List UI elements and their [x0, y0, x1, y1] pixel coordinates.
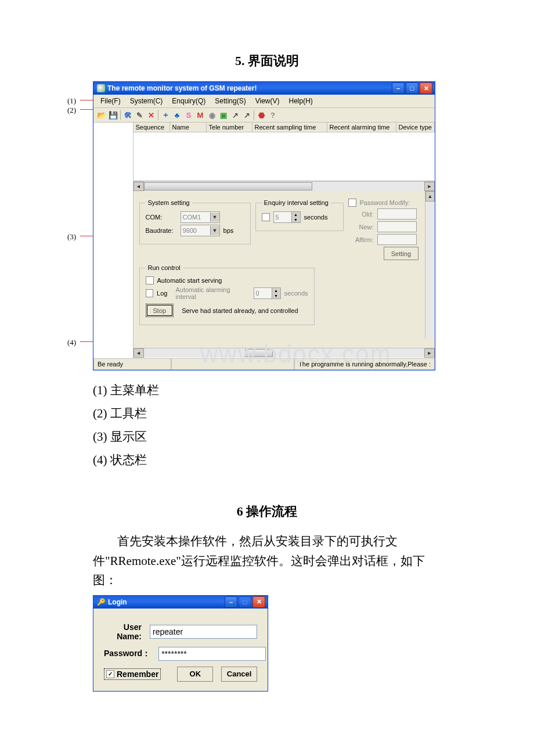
spin-down-icon[interactable]: ▼ [272, 293, 280, 298]
maximize-icon: □ [243, 599, 247, 606]
maximize-button[interactable]: □ [406, 82, 418, 94]
device-list[interactable]: Sequence Name Tele number Recent samplin… [134, 123, 435, 181]
ok-button[interactable]: OK [177, 667, 213, 682]
tool-config-icon[interactable]: 🛠 [122, 109, 134, 121]
scroll-thumb[interactable] [245, 349, 273, 357]
baud-dropdown[interactable]: 9600 ▼ [181, 225, 220, 236]
section6-body: 首先安装本操作软件，然后从安装目录下的可执行文件"RRemote.exe"运行远… [35, 532, 499, 591]
old-pass-label: Old: [348, 211, 374, 218]
remember-checkbox[interactable]: ✓ Remember [104, 668, 161, 680]
baud-unit: bps [223, 227, 234, 234]
tool-s-icon[interactable]: S [183, 109, 194, 121]
username-input[interactable] [150, 625, 257, 639]
login-minimize-button[interactable]: – [225, 596, 237, 608]
password-modify-checkbox[interactable] [348, 199, 356, 207]
auto-start-checkbox[interactable] [146, 276, 154, 285]
run-control-group: Run control Automatic start serving Log … [139, 264, 315, 325]
password-setting-button[interactable]: Setting [384, 247, 418, 260]
col-name[interactable]: Name [170, 123, 207, 132]
spin-down-icon[interactable]: ▼ [292, 217, 300, 222]
login-close-button[interactable]: ✕ [252, 596, 265, 608]
old-pass-input[interactable] [377, 208, 417, 219]
legend-3: (3) 显示区 [35, 429, 499, 445]
col-sequence[interactable]: Sequence [134, 123, 170, 132]
login-maximize-button: □ [239, 596, 251, 608]
menu-file[interactable]: File(F) [96, 96, 125, 106]
scroll-left-icon[interactable]: ◄ [134, 182, 144, 191]
tool-arrow1-icon[interactable]: ↗ [229, 109, 241, 121]
minimize-button[interactable]: – [392, 82, 405, 94]
scroll-left-icon[interactable]: ◄ [134, 348, 144, 358]
tool-add-icon[interactable]: ＋ [160, 109, 171, 121]
password-label: Password： [104, 649, 158, 659]
toolbar-separator [254, 110, 254, 120]
stop-button[interactable]: Stop [146, 304, 174, 317]
statusbar: Be ready The programme is running abnorm… [93, 358, 435, 370]
tool-circle1-icon[interactable]: ◉ [206, 109, 218, 121]
minimize-icon: – [229, 599, 233, 606]
menu-enquiry[interactable]: Enquiry(Q) [167, 96, 210, 106]
tool-help-icon[interactable]: ? [267, 109, 279, 121]
menubar: File(F) System(C) Enquiry(Q) Setting(S) … [93, 95, 435, 108]
legend-list: (1) 主菜单栏 (2) 工具栏 (3) 显示区 (4) 状态栏 [35, 382, 499, 468]
callout-4: (4) [67, 338, 76, 347]
tool-tree-icon[interactable]: ♣ [171, 109, 183, 121]
tool-delete-icon[interactable]: ✕ [145, 109, 157, 121]
tool-save-icon[interactable]: 💾 [107, 109, 119, 121]
scroll-up-icon[interactable]: ▲ [425, 191, 435, 201]
close-icon: ✕ [424, 85, 429, 92]
cancel-button[interactable]: Cancel [221, 667, 257, 682]
scroll-right-icon[interactable]: ► [424, 182, 435, 191]
tool-stop-icon[interactable]: ⬣ [255, 109, 267, 121]
username-label: User Name: [104, 622, 150, 641]
col-device-type[interactable]: Device type [396, 123, 435, 132]
col-sampling[interactable]: Recent sampling time [252, 123, 327, 132]
auto-start-label: Automatic start serving [157, 277, 222, 284]
login-titlebar: 🔑 Login – □ ✕ [93, 596, 268, 609]
com-value: COM1 [181, 214, 210, 221]
affirm-pass-input[interactable] [377, 234, 417, 245]
tool-edit-icon[interactable]: ✎ [134, 109, 145, 121]
status-middle [171, 358, 294, 370]
tool-arrow2-icon[interactable]: ↗ [241, 109, 252, 121]
settings-hscroll[interactable]: ◄ ► [134, 348, 435, 358]
menu-system[interactable]: System(C) [125, 96, 168, 106]
col-alarming[interactable]: Recent alarming time [327, 123, 396, 132]
new-pass-input[interactable] [377, 221, 417, 232]
tool-open-icon[interactable]: 📂 [96, 109, 107, 121]
log-checkbox[interactable] [146, 289, 154, 297]
tool-m-icon[interactable]: M [194, 109, 206, 121]
tree-panel[interactable] [93, 123, 134, 358]
list-header-row: Sequence Name Tele number Recent samplin… [134, 123, 435, 132]
spin-up-icon[interactable]: ▲ [272, 288, 280, 293]
password-input[interactable] [158, 647, 266, 661]
settings-vscroll[interactable]: ▲ [425, 191, 435, 339]
tool-square-icon[interactable]: ▣ [218, 109, 229, 121]
enquiry-checkbox[interactable] [262, 213, 270, 221]
enquiry-interval-group: Enquiry interval setting 5 ▲▼ seconds [255, 199, 344, 231]
enquiry-unit: seconds [304, 214, 328, 221]
menu-view[interactable]: View(V) [251, 96, 284, 106]
titlebar: The remote monitor system of GSM repeate… [93, 82, 435, 95]
col-tele[interactable]: Tele number [207, 123, 252, 132]
com-dropdown[interactable]: COM1 ▼ [181, 211, 220, 223]
list-hscroll[interactable]: ◄ ► [134, 181, 435, 191]
menu-help[interactable]: Help(H) [284, 96, 317, 106]
close-button[interactable]: ✕ [420, 82, 432, 94]
scroll-right-icon[interactable]: ► [424, 348, 435, 358]
maximize-icon: □ [410, 85, 414, 92]
baud-label: Baudrate: [146, 227, 177, 234]
status-left: Be ready [93, 358, 171, 370]
dropdown-icon: ▼ [210, 213, 219, 222]
enquiry-value: 5 [274, 212, 291, 222]
callout-3: (3) [67, 232, 76, 242]
enquiry-spinner[interactable]: 5 ▲▼ [273, 211, 301, 223]
login-dialog: 🔑 Login – □ ✕ User Name: Password： ✓ R [93, 595, 268, 692]
section6-heading: 6 操作流程 [35, 503, 499, 520]
spin-up-icon[interactable]: ▲ [292, 212, 300, 217]
alarm-spinner[interactable]: 0 ▲▼ [254, 287, 281, 299]
scroll-thumb[interactable] [144, 182, 312, 190]
affirm-pass-label: Affirm: [348, 236, 374, 243]
status-right: The programme is running abnormally,Plea… [294, 358, 435, 370]
menu-setting[interactable]: Setting(S) [210, 96, 250, 106]
